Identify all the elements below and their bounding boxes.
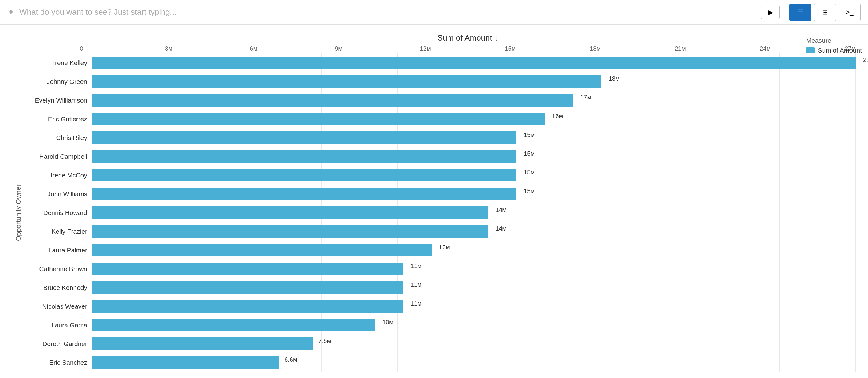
bar-label: Catherine Brown	[25, 265, 92, 273]
bar-value-label: 14м	[495, 206, 506, 213]
bar-track: 14м	[92, 206, 856, 219]
legend-color-swatch	[806, 47, 814, 54]
bar-track: 11м	[92, 300, 856, 313]
terminal-view-button[interactable]: >_	[838, 4, 861, 21]
bars-area: Irene Kelley27мJohnny Green18мEvelyn Wil…	[25, 54, 856, 372]
header: ✦ ▶ ☰ ⊞ >_	[0, 0, 868, 25]
chart-main: Opportunity Owner Irene Kelley27мJohnny …	[12, 54, 856, 372]
bar-value-label: 15м	[524, 188, 535, 195]
bar-value-label: 17м	[580, 94, 591, 101]
x-tick: 3м	[165, 45, 250, 52]
bar-fill: 11м	[92, 300, 403, 313]
bar-label: Harold Campbell	[25, 153, 92, 160]
bar-row: Dennis Howard14м	[25, 203, 856, 222]
bar-value-label: 16м	[552, 113, 563, 120]
bar-track: 6.6м	[92, 356, 856, 369]
x-tick: 21м	[675, 45, 760, 52]
bar-row: Chris Riley15м	[25, 128, 856, 147]
bar-fill: 17м	[92, 94, 573, 106]
x-axis-ticks: 03м6м9м12м15м18м21м24м27м	[12, 45, 856, 52]
y-axis-label: Opportunity Owner	[12, 54, 25, 372]
bar-row: Eric Gutierrez16м	[25, 109, 856, 128]
bar-value-label: 15м	[524, 131, 535, 138]
chart-title: Sum of Amount ↓	[12, 33, 856, 43]
bar-track: 11м	[92, 262, 856, 275]
bar-track: 15м	[92, 188, 856, 200]
bar-label: Eric Sanchez	[25, 359, 92, 366]
bar-fill: 11м	[92, 281, 403, 294]
bar-label: Kelly Frazier	[25, 228, 92, 235]
bar-fill: 15м	[92, 150, 516, 163]
bar-label: Bruce Kennedy	[25, 284, 92, 291]
bar-fill: 14м	[92, 206, 488, 219]
bar-row: Irene Kelley27м	[25, 54, 856, 72]
bar-track: 10м	[92, 319, 856, 331]
bar-row: Laura Garza10м	[25, 316, 856, 335]
bar-label: Doroth Gardner	[25, 340, 92, 348]
bar-row: Doroth Gardner7.8м	[25, 335, 856, 353]
view-toggle-group: ☰ ⊞ >_	[789, 4, 861, 21]
bar-row: Laura Palmer12м	[25, 241, 856, 259]
bar-label: John Williams	[25, 190, 92, 198]
x-tick: 9м	[335, 45, 420, 52]
play-button[interactable]: ▶	[761, 5, 779, 19]
x-tick: 18м	[590, 45, 675, 52]
bar-fill: 18м	[92, 75, 601, 88]
bar-label: Eric Gutierrez	[25, 116, 92, 123]
bar-fill: 15м	[92, 131, 516, 144]
bar-value-label: 10м	[382, 319, 394, 326]
legend-item: Sum of Amount	[806, 47, 862, 54]
bar-row: Catherine Brown11м	[25, 259, 856, 278]
bar-value-label: 27м	[863, 57, 868, 64]
bar-row: Harold Campbell15м	[25, 147, 856, 166]
bar-fill: 6.6м	[92, 356, 279, 369]
x-tick: 12м	[420, 45, 505, 52]
bar-row: John Williams15м	[25, 185, 856, 203]
bar-track: 11м	[92, 281, 856, 294]
legend: Measure Sum of Amount	[806, 37, 862, 54]
bar-value-label: 6.6м	[284, 356, 297, 363]
bar-fill: 14м	[92, 225, 488, 238]
bar-fill: 16м	[92, 113, 545, 125]
bar-label: Chris Riley	[25, 134, 92, 141]
bar-fill: 10м	[92, 319, 375, 331]
x-tick: 0	[80, 45, 165, 52]
table-view-button[interactable]: ⊞	[814, 4, 836, 21]
bar-label: Irene Kelley	[25, 59, 92, 67]
bar-track: 27м	[92, 57, 856, 69]
bar-row: Evelyn Williamson17м	[25, 91, 856, 109]
bar-track: 18м	[92, 75, 856, 88]
bar-track: 15м	[92, 150, 856, 163]
bar-row: Johnny Green18м	[25, 72, 856, 91]
bar-fill: 11м	[92, 262, 403, 275]
bar-value-label: 12м	[439, 244, 450, 251]
bar-label: Nicolas Weaver	[25, 303, 92, 310]
bar-value-label: 14м	[495, 225, 506, 232]
bar-fill: 15м	[92, 188, 516, 200]
bar-label: Dennis Howard	[25, 209, 92, 217]
star-icon: ✦	[7, 7, 14, 17]
bar-fill: 15м	[92, 169, 516, 182]
bar-track: 15м	[92, 169, 856, 182]
bar-value-label: 11м	[411, 300, 422, 307]
bar-value-label: 11м	[411, 262, 422, 270]
bar-label: Laura Palmer	[25, 247, 92, 254]
bar-row: Kelly Frazier14м	[25, 222, 856, 241]
bar-track: 16м	[92, 113, 856, 125]
bar-value-label: 15м	[524, 169, 535, 176]
bar-track: 17м	[92, 94, 856, 106]
legend-title: Measure	[806, 37, 862, 44]
bar-fill: 7.8м	[92, 338, 313, 350]
chart-container: Measure Sum of Amount Sum of Amount ↓ 03…	[0, 25, 868, 378]
search-input[interactable]	[19, 7, 756, 17]
bar-fill: 12м	[92, 244, 432, 256]
table-icon: ⊞	[822, 8, 828, 16]
legend-label: Sum of Amount	[818, 47, 862, 54]
bar-label: Johnny Green	[25, 78, 92, 85]
bar-row: Eric Sanchez6.6м	[25, 353, 856, 372]
chart-view-button[interactable]: ☰	[789, 4, 811, 21]
bar-value-label: 7.8м	[318, 338, 332, 345]
bar-track: 14м	[92, 225, 856, 238]
chart-icon: ☰	[797, 8, 804, 16]
bar-label: Evelyn Williamson	[25, 97, 92, 104]
